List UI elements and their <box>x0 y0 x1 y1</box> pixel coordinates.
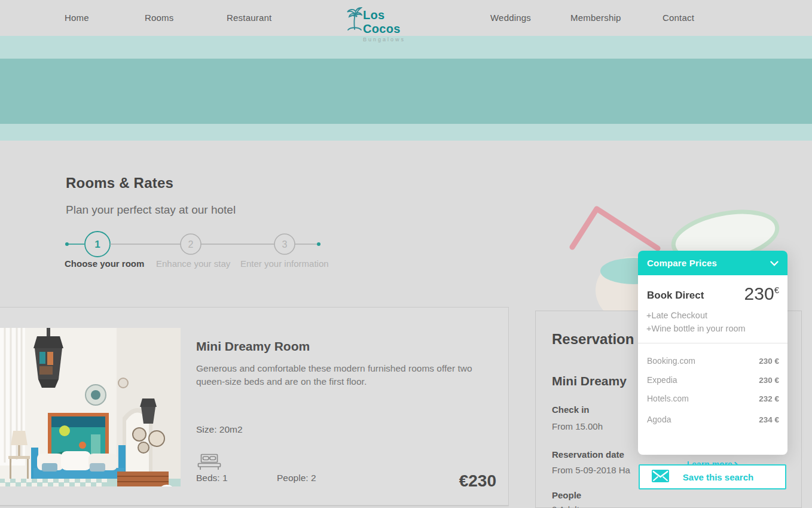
room-people-count: People: 2 <box>277 473 316 483</box>
reservation-title: Reservation <box>552 331 634 348</box>
nav-item-weddings[interactable]: Weddings <box>490 13 531 23</box>
reservation-date-label: Reservation date <box>552 449 624 460</box>
nav-item-rooms[interactable]: Rooms <box>145 13 174 23</box>
perk-late-checkout: +Late Checkout <box>646 311 707 320</box>
room-description: Generous and comfortable these modern fu… <box>196 362 489 389</box>
book-direct-price: 230€ <box>744 284 779 304</box>
save-search-label: Save this search <box>669 472 767 482</box>
ota-price-expedia: 230 € <box>759 376 779 385</box>
stepper-end-dot <box>317 242 320 246</box>
palm-tree-icon <box>347 7 362 33</box>
save-search-button[interactable]: Save this search <box>639 464 786 489</box>
step-3-number: 3 <box>282 239 288 250</box>
people-value: 2 Adults <box>552 504 584 508</box>
logo-title: Los Cocos <box>363 8 425 36</box>
reservation-room-name: Mini Dreamy <box>552 374 627 388</box>
compare-prices-header[interactable]: Compare Prices <box>638 251 787 275</box>
room-card[interactable]: Mini Dreamy Room Generous and comfortabl… <box>0 307 509 506</box>
compare-prices-title: Compare Prices <box>647 258 717 268</box>
ota-name-booking: Booking.com <box>647 356 695 366</box>
page: Home Rooms Restaurant <box>0 0 812 508</box>
stepper-start-dot <box>65 242 69 246</box>
compare-prices-body: Book Direct 230€ +Late Checkout +Wine bo… <box>638 275 787 455</box>
ota-price-agoda: 234 € <box>759 415 779 424</box>
top-navbar: Home Rooms Restaurant <box>0 0 812 36</box>
hero-banner <box>0 36 812 141</box>
next-room-card-edge <box>0 506 509 508</box>
page-title: Rooms & Rates <box>66 175 173 191</box>
currency-symbol: € <box>774 285 779 295</box>
nav-item-contact[interactable]: Contact <box>663 13 694 23</box>
logo[interactable]: Los Cocos Bungalows <box>347 5 425 32</box>
room-title: Mini Dreamy Room <box>196 339 310 354</box>
divider <box>638 343 787 343</box>
step-3-label: Enter your information <box>240 258 329 269</box>
ota-name-hotels: Hotels.com <box>647 394 689 403</box>
nav-item-home[interactable]: Home <box>65 13 89 23</box>
ota-price-booking: 230 € <box>759 357 779 366</box>
room-photo <box>0 328 181 486</box>
room-beds-count: Beds: 1 <box>196 473 228 483</box>
page-subtitle: Plan your perfect stay at our hotel <box>66 203 236 217</box>
booking-stepper: 1 2 3 <box>54 229 329 259</box>
check-in-label: Check in <box>552 404 590 415</box>
book-direct-label: Book Direct <box>647 290 704 302</box>
ota-name-agoda: Agoda <box>647 415 671 424</box>
room-price: €230 <box>411 472 496 491</box>
logo-subtitle: Bungalows <box>363 36 425 42</box>
nav-item-restaurant[interactable]: Restaurant <box>227 13 271 23</box>
step-2-label: Enhance your stay <box>156 258 230 269</box>
people-label: People <box>552 490 581 500</box>
room-size: Size: 20m2 <box>196 424 243 435</box>
chevron-down-icon[interactable] <box>770 258 779 269</box>
step-2-number: 2 <box>188 239 194 250</box>
nav-item-membership[interactable]: Membership <box>570 13 621 23</box>
compare-prices-widget: Compare Prices Book Direct 230€ +Late Ch… <box>638 251 787 455</box>
check-in-time: From 15.00h <box>552 421 603 431</box>
wooden-chest-illustration <box>117 472 169 486</box>
reservation-date-value: From 5-09-2018 Ha <box>552 465 630 475</box>
ota-price-hotels: 232 € <box>759 394 779 403</box>
step-1-label: Choose your room <box>65 258 144 269</box>
ota-name-expedia: Expedia <box>647 375 677 385</box>
perk-wine-bottle: +Wine bottle in your room <box>646 324 746 333</box>
bed-icon <box>197 454 221 473</box>
mail-icon <box>652 470 669 484</box>
step-1-number: 1 <box>94 239 100 250</box>
hero-band-bottom <box>0 124 812 141</box>
